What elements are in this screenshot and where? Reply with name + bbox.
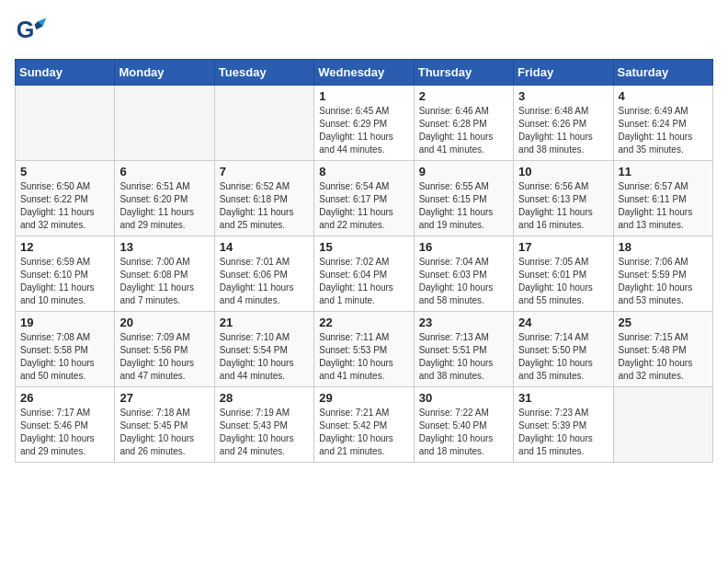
calendar-cell: 25Sunrise: 7:15 AM Sunset: 5:48 PM Dayli… bbox=[613, 312, 712, 387]
calendar-cell: 26Sunrise: 7:17 AM Sunset: 5:46 PM Dayli… bbox=[16, 387, 115, 463]
day-number: 5 bbox=[20, 165, 109, 178]
day-info: Sunrise: 6:52 AM Sunset: 6:18 PM Dayligh… bbox=[220, 180, 309, 232]
day-info: Sunrise: 6:48 AM Sunset: 6:26 PM Dayligh… bbox=[518, 105, 608, 156]
day-number: 31 bbox=[518, 391, 608, 405]
day-info: Sunrise: 7:23 AM Sunset: 5:39 PM Dayligh… bbox=[518, 407, 608, 458]
day-info: Sunrise: 6:49 AM Sunset: 6:24 PM Dayligh… bbox=[619, 105, 708, 156]
calendar-cell: 27Sunrise: 7:18 AM Sunset: 5:45 PM Dayli… bbox=[115, 387, 214, 463]
day-number: 26 bbox=[20, 391, 109, 405]
day-number: 18 bbox=[619, 240, 708, 254]
day-number: 9 bbox=[419, 165, 508, 178]
day-number: 20 bbox=[119, 316, 209, 329]
day-info: Sunrise: 6:46 AM Sunset: 6:28 PM Dayligh… bbox=[419, 105, 508, 156]
calendar-cell: 29Sunrise: 7:21 AM Sunset: 5:42 PM Dayli… bbox=[314, 387, 414, 463]
day-number: 15 bbox=[319, 240, 408, 254]
day-number: 14 bbox=[220, 240, 309, 254]
day-number: 29 bbox=[319, 391, 408, 405]
day-info: Sunrise: 6:55 AM Sunset: 6:15 PM Dayligh… bbox=[419, 180, 508, 232]
day-info: Sunrise: 6:51 AM Sunset: 6:20 PM Dayligh… bbox=[119, 180, 209, 232]
day-number: 1 bbox=[319, 89, 408, 103]
day-header-friday: Friday bbox=[514, 60, 613, 86]
day-info: Sunrise: 6:56 AM Sunset: 6:13 PM Dayligh… bbox=[518, 180, 608, 232]
day-header-thursday: Thursday bbox=[414, 60, 513, 86]
calendar-cell: 9Sunrise: 6:55 AM Sunset: 6:15 PM Daylig… bbox=[414, 161, 513, 236]
calendar-cell: 18Sunrise: 7:06 AM Sunset: 5:59 PM Dayli… bbox=[613, 236, 712, 312]
day-header-wednesday: Wednesday bbox=[314, 60, 414, 86]
calendar-cell: 24Sunrise: 7:14 AM Sunset: 5:50 PM Dayli… bbox=[514, 312, 613, 387]
day-number: 3 bbox=[518, 89, 608, 103]
day-info: Sunrise: 7:09 AM Sunset: 5:56 PM Dayligh… bbox=[119, 331, 209, 383]
day-number: 30 bbox=[419, 391, 508, 405]
day-info: Sunrise: 7:00 AM Sunset: 6:08 PM Dayligh… bbox=[119, 256, 209, 307]
day-info: Sunrise: 7:14 AM Sunset: 5:50 PM Dayligh… bbox=[518, 331, 608, 383]
calendar-header-row: SundayMondayTuesdayWednesdayThursdayFrid… bbox=[16, 60, 713, 86]
day-info: Sunrise: 7:19 AM Sunset: 5:43 PM Dayligh… bbox=[220, 407, 309, 458]
calendar-cell: 30Sunrise: 7:22 AM Sunset: 5:40 PM Dayli… bbox=[414, 387, 513, 463]
day-number: 13 bbox=[119, 240, 209, 254]
calendar-cell: 20Sunrise: 7:09 AM Sunset: 5:56 PM Dayli… bbox=[115, 312, 214, 387]
calendar-cell bbox=[16, 86, 115, 161]
day-header-tuesday: Tuesday bbox=[214, 60, 313, 86]
calendar-cell: 16Sunrise: 7:04 AM Sunset: 6:03 PM Dayli… bbox=[414, 236, 513, 312]
day-number: 12 bbox=[20, 240, 109, 254]
day-info: Sunrise: 7:17 AM Sunset: 5:46 PM Dayligh… bbox=[20, 407, 109, 458]
calendar-cell: 15Sunrise: 7:02 AM Sunset: 6:04 PM Dayli… bbox=[314, 236, 414, 312]
day-number: 24 bbox=[518, 316, 608, 329]
day-number: 2 bbox=[419, 89, 508, 103]
calendar: SundayMondayTuesdayWednesdayThursdayFrid… bbox=[15, 59, 713, 463]
calendar-cell: 13Sunrise: 7:00 AM Sunset: 6:08 PM Dayli… bbox=[115, 236, 214, 312]
calendar-cell bbox=[214, 86, 313, 161]
day-info: Sunrise: 6:45 AM Sunset: 6:29 PM Dayligh… bbox=[319, 105, 408, 156]
day-number: 10 bbox=[518, 165, 608, 178]
calendar-cell: 12Sunrise: 6:59 AM Sunset: 6:10 PM Dayli… bbox=[16, 236, 115, 312]
calendar-cell: 17Sunrise: 7:05 AM Sunset: 6:01 PM Dayli… bbox=[514, 236, 613, 312]
calendar-cell bbox=[115, 86, 214, 161]
calendar-week-1: 1Sunrise: 6:45 AM Sunset: 6:29 PM Daylig… bbox=[16, 86, 713, 161]
calendar-week-2: 5Sunrise: 6:50 AM Sunset: 6:22 PM Daylig… bbox=[16, 161, 713, 236]
day-header-monday: Monday bbox=[115, 60, 214, 86]
day-info: Sunrise: 6:54 AM Sunset: 6:17 PM Dayligh… bbox=[319, 180, 408, 232]
day-header-sunday: Sunday bbox=[16, 60, 115, 86]
calendar-cell: 19Sunrise: 7:08 AM Sunset: 5:58 PM Dayli… bbox=[16, 312, 115, 387]
day-info: Sunrise: 7:11 AM Sunset: 5:53 PM Dayligh… bbox=[319, 331, 408, 383]
day-info: Sunrise: 7:10 AM Sunset: 5:54 PM Dayligh… bbox=[220, 331, 309, 383]
day-header-saturday: Saturday bbox=[613, 60, 712, 86]
day-info: Sunrise: 7:02 AM Sunset: 6:04 PM Dayligh… bbox=[319, 256, 408, 307]
day-number: 8 bbox=[319, 165, 408, 178]
calendar-cell: 23Sunrise: 7:13 AM Sunset: 5:51 PM Dayli… bbox=[414, 312, 513, 387]
day-info: Sunrise: 6:57 AM Sunset: 6:11 PM Dayligh… bbox=[619, 180, 708, 232]
calendar-cell: 14Sunrise: 7:01 AM Sunset: 6:06 PM Dayli… bbox=[214, 236, 313, 312]
day-info: Sunrise: 7:06 AM Sunset: 5:59 PM Dayligh… bbox=[619, 256, 708, 307]
calendar-cell: 3Sunrise: 6:48 AM Sunset: 6:26 PM Daylig… bbox=[514, 86, 613, 161]
day-number: 22 bbox=[319, 316, 408, 329]
calendar-cell: 22Sunrise: 7:11 AM Sunset: 5:53 PM Dayli… bbox=[314, 312, 414, 387]
calendar-cell: 21Sunrise: 7:10 AM Sunset: 5:54 PM Dayli… bbox=[214, 312, 313, 387]
day-number: 4 bbox=[619, 89, 708, 103]
header: G bbox=[15, 15, 713, 48]
calendar-cell: 2Sunrise: 6:46 AM Sunset: 6:28 PM Daylig… bbox=[414, 86, 513, 161]
svg-text:G: G bbox=[17, 17, 35, 42]
calendar-cell: 7Sunrise: 6:52 AM Sunset: 6:18 PM Daylig… bbox=[214, 161, 313, 236]
calendar-cell: 6Sunrise: 6:51 AM Sunset: 6:20 PM Daylig… bbox=[115, 161, 214, 236]
day-number: 7 bbox=[220, 165, 309, 178]
day-info: Sunrise: 7:04 AM Sunset: 6:03 PM Dayligh… bbox=[419, 256, 508, 307]
day-number: 27 bbox=[119, 391, 209, 405]
day-info: Sunrise: 7:15 AM Sunset: 5:48 PM Dayligh… bbox=[619, 331, 708, 383]
calendar-cell: 1Sunrise: 6:45 AM Sunset: 6:29 PM Daylig… bbox=[314, 86, 414, 161]
day-info: Sunrise: 7:05 AM Sunset: 6:01 PM Dayligh… bbox=[518, 256, 608, 307]
day-number: 17 bbox=[518, 240, 608, 254]
day-info: Sunrise: 7:22 AM Sunset: 5:40 PM Dayligh… bbox=[419, 407, 508, 458]
day-number: 23 bbox=[419, 316, 508, 329]
day-number: 19 bbox=[20, 316, 109, 329]
calendar-cell: 28Sunrise: 7:19 AM Sunset: 5:43 PM Dayli… bbox=[214, 387, 313, 463]
calendar-cell: 8Sunrise: 6:54 AM Sunset: 6:17 PM Daylig… bbox=[314, 161, 414, 236]
day-info: Sunrise: 7:13 AM Sunset: 5:51 PM Dayligh… bbox=[419, 331, 508, 383]
calendar-cell: 11Sunrise: 6:57 AM Sunset: 6:11 PM Dayli… bbox=[613, 161, 712, 236]
day-info: Sunrise: 7:21 AM Sunset: 5:42 PM Dayligh… bbox=[319, 407, 408, 458]
day-info: Sunrise: 7:08 AM Sunset: 5:58 PM Dayligh… bbox=[20, 331, 109, 383]
day-number: 11 bbox=[619, 165, 708, 178]
day-number: 21 bbox=[220, 316, 309, 329]
day-number: 16 bbox=[419, 240, 508, 254]
day-info: Sunrise: 7:01 AM Sunset: 6:06 PM Dayligh… bbox=[220, 256, 309, 307]
logo: G bbox=[15, 15, 51, 48]
